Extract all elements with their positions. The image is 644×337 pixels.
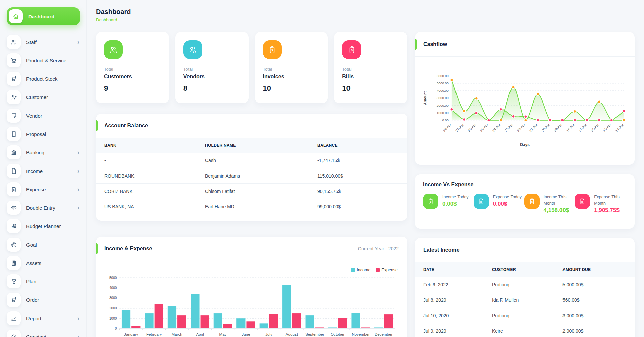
cashflow-chart-body: 0.001000.002000.003000.004000.005000.006… [415, 57, 635, 147]
svg-text:2000: 2000 [109, 306, 117, 310]
cashflow-area-chart: 0.001000.002000.003000.004000.005000.006… [421, 70, 629, 141]
svg-text:27-Apr: 27-Apr [455, 123, 465, 132]
income-vs-expense-stat: Expense This Month 1,905.75$ [575, 194, 625, 214]
cashflow-x-axis-label: Days [421, 142, 629, 147]
account-balance-card: Account Balance BANK HOLDER NAME BALANCE… [96, 114, 407, 221]
cell-customer: Protiong [492, 282, 562, 287]
svg-text:1000: 1000 [109, 317, 117, 320]
sidebar-item-expense[interactable]: Expense › [7, 182, 80, 196]
users-icon [10, 39, 17, 46]
users-icon [109, 45, 118, 54]
sidebar-item-product-stock[interactable]: Product Stock [7, 72, 80, 86]
legend-item-income[interactable]: Income [351, 268, 370, 272]
users-icon [188, 45, 197, 54]
sidebar-item-plan[interactable]: Plan [7, 274, 80, 288]
income-vs-expense-stat: Expense Today 0.00$ [474, 194, 524, 214]
sidebar-item-banking[interactable]: Banking › [7, 145, 80, 159]
svg-text:Amount: Amount [423, 91, 427, 105]
income-expense-chart-body: IncomeExpense 010002000300040005000Janua… [96, 261, 407, 337]
chevron-right-icon: › [77, 186, 79, 192]
cell-date: Jul 9, 2020 [423, 328, 492, 334]
svg-text:23-Apr: 23-Apr [504, 123, 514, 132]
svg-text:August: August [286, 332, 298, 336]
column-header-amount-due: AMOUNT DUE [562, 267, 626, 272]
table-row: - Cash -1,747.15$ [96, 153, 407, 168]
sidebar-item-assets[interactable]: Assets [7, 256, 80, 270]
cell-date: Feb 9, 2022 [423, 282, 492, 287]
sidebar-item-budget-planner[interactable]: Budget Planner [7, 219, 80, 233]
user-plus-icon [10, 94, 17, 101]
sidebar: Dashboard Staff › Product & Service Prod… [0, 0, 87, 337]
stat-value: 0.00$ [493, 201, 522, 207]
chevron-right-icon: › [77, 334, 79, 337]
svg-text:0: 0 [115, 327, 117, 330]
stat-card-value: 10 [263, 84, 320, 93]
svg-text:November: November [352, 332, 370, 336]
stat-card-value: 8 [183, 84, 240, 93]
breadcrumb[interactable]: Dashboard [96, 17, 117, 22]
svg-text:2000.00: 2000.00 [437, 104, 449, 107]
sidebar-item-label: Report [26, 316, 41, 321]
file-text-icon [579, 198, 586, 205]
stat-card-top-label: Total [342, 67, 399, 72]
svg-text:20-Apr: 20-Apr [541, 123, 551, 132]
table-row: Feb 9, 2022 Protiong 5,000.00$ [415, 277, 635, 292]
cell-balance: 90,155.75$ [317, 189, 399, 194]
svg-text:January: January [124, 332, 138, 336]
table-row: Jul 8, 2020 Ida F. Mullen 560.00$ [415, 292, 635, 308]
stat-card-label: Customers [104, 74, 161, 80]
sidebar-item-label: Constant [26, 334, 46, 337]
sidebar-item-label: Staff [26, 39, 37, 45]
sidebar-item-product-service[interactable]: Product & Service [7, 53, 80, 67]
stat-label: Expense This Month [594, 195, 620, 206]
legend-swatch [376, 268, 380, 272]
account-balance-title: Account Balance [104, 123, 148, 129]
sidebar-item-staff[interactable]: Staff › [7, 35, 80, 49]
right-column: Cashflow 0.001000.002000.003000.004000.0… [415, 7, 635, 337]
legend-label: Expense [381, 268, 398, 272]
svg-text:June: June [241, 332, 250, 336]
sidebar-item-vendor[interactable]: Vendor [7, 109, 80, 123]
svg-text:July: July [265, 332, 272, 336]
cell-amount-due: 2,000.00$ [562, 328, 626, 334]
sidebar-item-dashboard[interactable]: Dashboard [7, 7, 80, 25]
stat-card-value: 10 [342, 84, 399, 93]
sidebar-item-income[interactable]: Income › [7, 164, 80, 178]
cell-balance: 99,000.00$ [317, 204, 399, 209]
sidebar-item-customer[interactable]: Customer [7, 90, 80, 104]
sidebar-item-label: Banking [26, 150, 44, 155]
table-row: US BANK, NA Earl Hane MD 99,000.00$ [96, 199, 407, 214]
account-balance-header: Account Balance [96, 114, 407, 138]
svg-text:28-Apr: 28-Apr [442, 123, 452, 132]
latest-income-table-header: DATE CUSTOMER AMOUNT DUE [415, 262, 635, 277]
legend-swatch [351, 268, 355, 272]
cell-amount-due: 3,000.00$ [562, 313, 626, 318]
sidebar-item-report[interactable]: Report › [7, 311, 80, 325]
svg-text:3000: 3000 [109, 296, 117, 300]
sidebar-item-label: Product Stock [26, 76, 57, 82]
table-row: Jul 10, 2020 Protiong 3,000.00$ [415, 308, 635, 323]
sidebar-item-label: Dashboard [28, 14, 54, 19]
clipboard-dollar-icon [427, 198, 434, 205]
stat-label: Income Today [442, 195, 469, 199]
sidebar-item-label: Vendor [26, 113, 42, 119]
svg-text:April: April [196, 332, 204, 336]
legend-item-expense[interactable]: Expense [376, 268, 398, 272]
table-row: COBIZ BANK Chisom Latifat 90,155.75$ [96, 184, 407, 199]
sidebar-item-double-entry[interactable]: Double Entry › [7, 201, 80, 215]
sidebar-item-proposal[interactable]: Proposal [7, 127, 80, 141]
table-row: Jul 9, 2020 Keire 2,000.00$ [415, 323, 635, 337]
svg-text:22-Apr: 22-Apr [516, 123, 526, 132]
sidebar-item-order[interactable]: Order [7, 293, 80, 307]
sidebar-item-goal[interactable]: Goal [7, 238, 80, 252]
cell-balance: -1,747.15$ [317, 158, 399, 163]
cell-amount-due: 5,000.00$ [562, 282, 626, 287]
svg-text:18-Apr: 18-Apr [566, 123, 575, 132]
page-title: Dashboard [96, 8, 407, 15]
sidebar-item-constant[interactable]: Constant › [7, 330, 80, 337]
account-balance-table-body: - Cash -1,747.15$ ROUNDBANK Benjamin Ada… [96, 153, 407, 214]
svg-text:17-Apr: 17-Apr [578, 123, 588, 132]
cell-date: Jul 10, 2020 [423, 313, 492, 318]
svg-text:February: February [146, 332, 162, 336]
cell-holder-name: Earl Hane MD [205, 204, 317, 209]
